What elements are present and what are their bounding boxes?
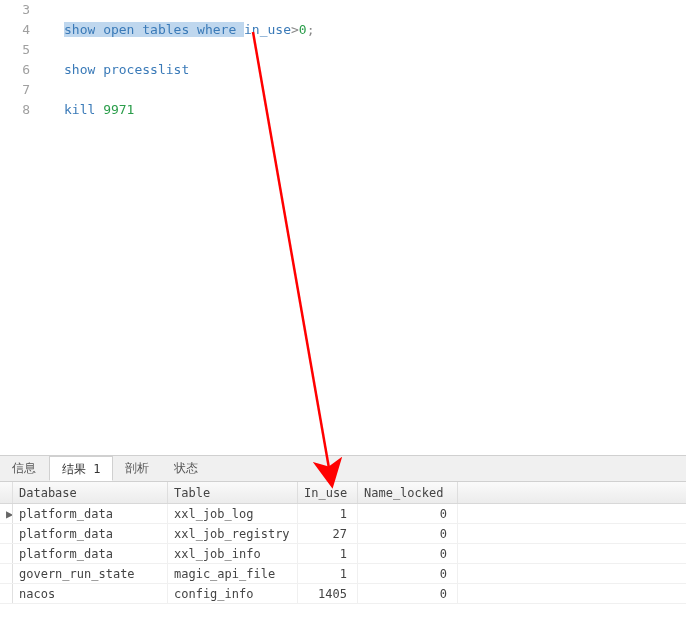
cell-table[interactable]: xxl_job_log xyxy=(168,504,298,523)
col-inuse[interactable]: In_use xyxy=(298,482,358,503)
code-line[interactable] xyxy=(44,0,686,20)
cell-table[interactable]: xxl_job_info xyxy=(168,544,298,563)
grid-body: ▶platform_dataxxl_job_log10platform_data… xyxy=(0,504,686,604)
line-number: 6 xyxy=(0,60,44,80)
cell-database[interactable]: platform_data xyxy=(13,504,168,523)
tab-3[interactable]: 状态 xyxy=(162,456,211,481)
result-grid: Database Table In_use Name_locked ▶platf… xyxy=(0,482,686,604)
line-number: 8 xyxy=(0,100,44,120)
cell-namelocked[interactable]: 0 xyxy=(358,504,458,523)
cell-namelocked[interactable]: 0 xyxy=(358,564,458,583)
table-row[interactable]: govern_run_statemagic_api_file10 xyxy=(0,564,686,584)
row-marker-icon xyxy=(0,564,13,583)
col-table[interactable]: Table xyxy=(168,482,298,503)
sql-editor[interactable]: 34show open tables where in_use>0;56show… xyxy=(0,0,686,455)
table-row[interactable]: nacosconfig_info14050 xyxy=(0,584,686,604)
cell-database[interactable]: govern_run_state xyxy=(13,564,168,583)
result-tabs: 信息结果 1剖析状态 xyxy=(0,456,686,482)
cell-inuse[interactable]: 1 xyxy=(298,544,358,563)
grid-header: Database Table In_use Name_locked xyxy=(0,482,686,504)
row-marker-icon xyxy=(0,584,13,603)
cell-table[interactable]: xxl_job_registry xyxy=(168,524,298,543)
cell-namelocked[interactable]: 0 xyxy=(358,524,458,543)
line-number: 3 xyxy=(0,0,44,20)
col-namelocked[interactable]: Name_locked xyxy=(358,482,458,503)
cell-inuse[interactable]: 1 xyxy=(298,504,358,523)
cell-database[interactable]: platform_data xyxy=(13,544,168,563)
cell-inuse[interactable]: 1405 xyxy=(298,584,358,603)
results-panel: 信息结果 1剖析状态 Database Table In_use Name_lo… xyxy=(0,455,686,604)
table-row[interactable]: ▶platform_dataxxl_job_log10 xyxy=(0,504,686,524)
cell-table[interactable]: config_info xyxy=(168,584,298,603)
code-line[interactable]: show open tables where in_use>0; xyxy=(44,20,686,40)
col-database[interactable]: Database xyxy=(13,482,168,503)
table-row[interactable]: platform_dataxxl_job_info10 xyxy=(0,544,686,564)
code-line[interactable]: kill 9971 xyxy=(44,100,686,120)
tab-0[interactable]: 信息 xyxy=(0,456,49,481)
row-marker-icon xyxy=(0,544,13,563)
tab-1[interactable]: 结果 1 xyxy=(49,456,113,481)
line-number: 7 xyxy=(0,80,44,100)
code-line[interactable] xyxy=(44,80,686,100)
cell-inuse[interactable]: 1 xyxy=(298,564,358,583)
line-number: 4 xyxy=(0,20,44,40)
table-row[interactable]: platform_dataxxl_job_registry270 xyxy=(0,524,686,544)
code-line[interactable] xyxy=(44,40,686,60)
cell-namelocked[interactable]: 0 xyxy=(358,544,458,563)
cell-inuse[interactable]: 27 xyxy=(298,524,358,543)
cell-namelocked[interactable]: 0 xyxy=(358,584,458,603)
cell-table[interactable]: magic_api_file xyxy=(168,564,298,583)
code-line[interactable]: show processlist xyxy=(44,60,686,80)
line-number: 5 xyxy=(0,40,44,60)
row-marker-icon xyxy=(0,524,13,543)
row-marker-icon: ▶ xyxy=(0,504,13,523)
cell-database[interactable]: nacos xyxy=(13,584,168,603)
cell-database[interactable]: platform_data xyxy=(13,524,168,543)
tab-2[interactable]: 剖析 xyxy=(113,456,162,481)
